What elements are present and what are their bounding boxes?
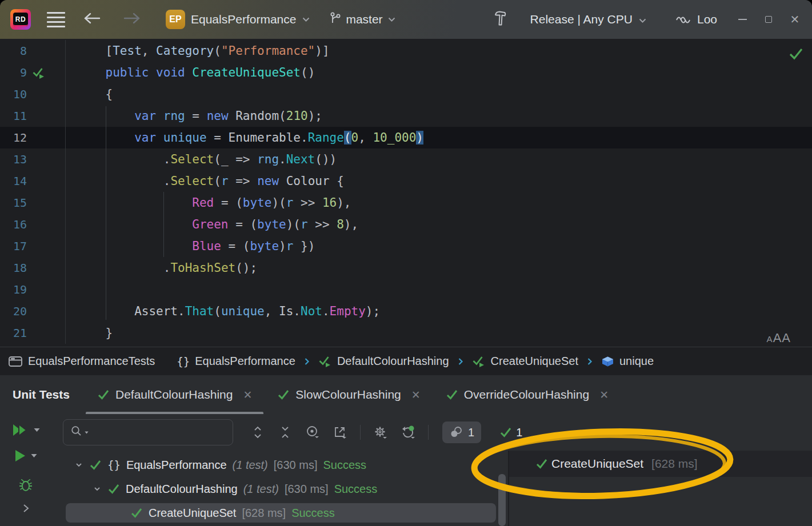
line-number: 11 <box>1 105 27 127</box>
main-menu-icon[interactable] <box>47 12 65 27</box>
code-line-9[interactable]: 9 public void CreateUniqueSet() <box>0 62 812 83</box>
code-token: ); <box>366 304 380 318</box>
expand-rail-chevron[interactable] <box>0 503 51 513</box>
test-passed-gutter-icon[interactable] <box>32 67 46 79</box>
tab-close-icon[interactable]: ✕ <box>243 388 252 401</box>
search-options-caret[interactable] <box>85 431 89 435</box>
namespace-braces-icon: {} <box>107 459 121 471</box>
test-passed-icon <box>318 355 332 368</box>
track-running-test-button[interactable] <box>303 423 322 442</box>
breadcrumb-label: EqualsPerformanceTests <box>28 355 155 368</box>
expand-chevron-icon[interactable] <box>74 460 83 469</box>
expand-all-button[interactable] <box>248 423 267 442</box>
run-test-button[interactable] <box>0 449 51 462</box>
expand-chevron-icon[interactable] <box>93 484 102 493</box>
export-results-button[interactable] <box>330 423 350 442</box>
tab-OverrideColourHashing[interactable]: OverrideColourHashing✕ <box>433 375 621 414</box>
tab-close-icon[interactable]: ✕ <box>599 388 609 401</box>
test-detail-header[interactable]: CreateUniqueSet [628 ms] <box>509 451 812 477</box>
code-line-10[interactable]: 10 { <box>0 83 812 105</box>
breadcrumb-item-EqualsPerformanceTests[interactable]: EqualsPerformanceTests <box>8 355 155 368</box>
settings-gear-button[interactable] <box>371 423 390 442</box>
forward-button[interactable] <box>122 11 142 27</box>
code-token: Empty <box>330 304 366 318</box>
code-token: Select <box>170 174 214 188</box>
code-editor[interactable]: 8 [Test, Category("Performance")]9 publi… <box>0 39 812 347</box>
search-field[interactable] <box>63 419 233 445</box>
code-token: . <box>178 304 185 318</box>
back-button[interactable] <box>82 11 102 27</box>
chevron-down-icon <box>387 14 396 25</box>
code-token: rng <box>163 109 185 123</box>
code-line-16[interactable]: 16 Green = (byte)(r >> 8), <box>0 214 812 235</box>
filter-passed-tests-toggle[interactable]: 1 <box>499 426 522 439</box>
project-widget[interactable]: EP EqualsPerformance <box>166 10 310 29</box>
run-all-tests-button[interactable] <box>0 423 51 437</box>
collapse-all-button[interactable] <box>275 423 295 442</box>
tab-DefaultColourHashing[interactable]: DefaultColourHashing✕ <box>85 375 265 414</box>
test-duration: [630 ms] <box>285 483 329 496</box>
code-token: 0 <box>351 131 359 144</box>
dropdown-caret-icon <box>31 453 37 458</box>
code-token: Red <box>192 196 214 210</box>
inspections-ok-icon[interactable] <box>788 47 804 61</box>
breadcrumb-item-EqualsPerformance[interactable]: {}EqualsPerformance <box>177 355 295 368</box>
passed-check-icon <box>499 427 512 438</box>
breadcrumb-label: unique <box>619 355 654 368</box>
tab-close-icon[interactable]: ✕ <box>411 388 421 401</box>
test-tree-row-EqualsPerformance[interactable]: {}EqualsPerformance(1 test)[630 ms]Succe… <box>51 453 504 477</box>
code-token: ( <box>214 44 221 58</box>
code-token <box>156 131 163 144</box>
code-line-12[interactable]: 12 var unique = Enumerable.Range(0, 10_0… <box>0 127 812 148</box>
code-token: Is <box>279 304 293 318</box>
breadcrumb-item-DefaultColourHashing[interactable]: DefaultColourHashing <box>318 355 449 368</box>
code-token: Select <box>170 152 214 166</box>
breadcrumb-label: EqualsPerformance <box>195 355 295 368</box>
minimize-button[interactable] <box>733 10 751 29</box>
code-line-18[interactable]: 18 .ToHashSet(); <box>0 257 812 279</box>
chevron-right-icon <box>457 357 464 366</box>
vcs-widget[interactable]: master <box>329 11 395 27</box>
search-input[interactable] <box>90 425 233 439</box>
rerun-with-coverage-button[interactable] <box>398 423 418 442</box>
code-line-14[interactable]: 14 .Select(r => new Colour { <box>0 170 812 192</box>
tab-SlowColourHashing[interactable]: SlowColourHashing✕ <box>265 375 433 414</box>
tests-filter-icon <box>449 425 463 439</box>
run-config-selector[interactable]: Release | Any CPU <box>530 13 647 26</box>
rider-logo[interactable]: RD <box>10 9 31 30</box>
test-passed-icon <box>535 458 548 469</box>
code-line-15[interactable]: 15 Red = (byte)(r >> 16), <box>0 192 812 214</box>
test-passed-icon <box>97 389 110 400</box>
debug-test-button[interactable] <box>0 477 51 493</box>
test-tree-row-DefaultColourHashing[interactable]: DefaultColourHashing(1 test)[630 ms]Succ… <box>51 477 504 501</box>
rider-logo-text: RD <box>13 13 28 26</box>
maximize-button[interactable] <box>759 10 778 29</box>
chevron-right-icon <box>586 357 593 366</box>
breadcrumb-item-CreateUniqueSet[interactable]: CreateUniqueSet <box>472 355 578 368</box>
project-name: EqualsPerformance <box>191 13 296 26</box>
code-token: . <box>77 174 170 188</box>
code-line-17[interactable]: 17 Blue = (byte)r }) <box>0 235 812 257</box>
build-hammer-icon[interactable] <box>491 9 509 30</box>
project-badge: EP <box>166 10 185 29</box>
filter-all-tests-toggle[interactable]: 1 <box>442 421 481 443</box>
test-tree-row-CreateUniqueSet[interactable]: CreateUniqueSet[628 ms]Success <box>51 501 504 525</box>
code-token: { <box>77 87 113 101</box>
code-token: r <box>286 196 294 210</box>
breadcrumb-item-unique[interactable]: unique <box>601 355 654 368</box>
tree-scrollbar[interactable] <box>498 474 506 526</box>
code-line-19[interactable]: 19 <box>0 279 812 300</box>
profiler-widget[interactable]: Loo <box>675 13 717 27</box>
code-token: >> <box>308 218 337 231</box>
code-line-20[interactable]: 20 Assert.That(unique, Is.Not.Empty); <box>0 300 812 322</box>
editor-font-size-widget[interactable]: AAA <box>767 331 790 346</box>
code-token: >> <box>293 196 322 210</box>
code-line-11[interactable]: 11 var rng = new Random(210); <box>0 105 812 127</box>
code-line-21[interactable]: 21 } <box>0 322 812 344</box>
code-line-13[interactable]: 13 .Select(_ => rng.Next()) <box>0 148 812 170</box>
close-button[interactable]: ✕ <box>786 10 804 29</box>
breadcrumb-label: DefaultColourHashing <box>337 355 449 368</box>
editor-gutter: 9 <box>0 62 66 83</box>
code-line-8[interactable]: 8 [Test, Category("Performance")] <box>0 40 812 62</box>
font-size-letter: A <box>773 331 782 346</box>
